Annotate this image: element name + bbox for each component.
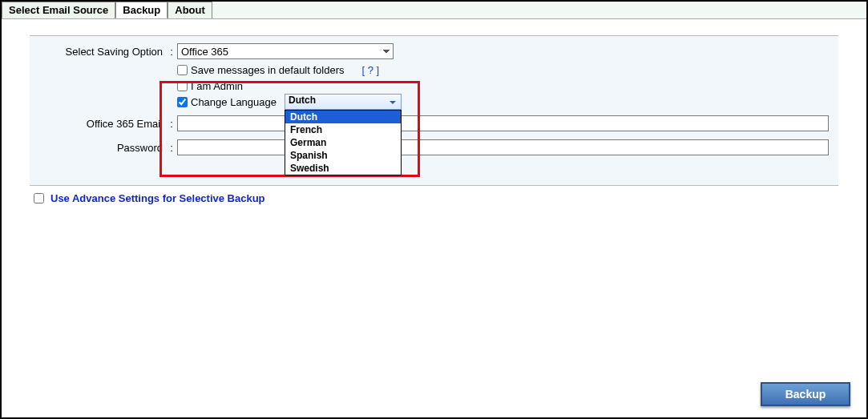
language-option-dutch[interactable]: Dutch bbox=[285, 111, 401, 123]
tab-strip: Select Email Source Backup About bbox=[2, 2, 866, 19]
language-dropdown: Dutch French German Spanish Swedish bbox=[285, 110, 402, 175]
i-am-admin-label: I am Admin bbox=[191, 80, 243, 92]
tab-backup[interactable]: Backup bbox=[115, 2, 168, 18]
tab-content: Select Saving Option : Office 365 Save m… bbox=[2, 19, 866, 417]
change-language-checkbox[interactable] bbox=[177, 97, 188, 107]
email-label: Office 365 Email bbox=[30, 118, 166, 130]
password-label: Password bbox=[30, 142, 166, 154]
language-option-spanish[interactable]: Spanish bbox=[285, 149, 401, 162]
change-language-label: Change Language bbox=[191, 96, 277, 108]
password-input[interactable] bbox=[177, 139, 829, 155]
help-link[interactable]: [ ? ] bbox=[362, 64, 380, 76]
advance-settings-checkbox[interactable] bbox=[34, 193, 44, 203]
tab-select-email-source[interactable]: Select Email Source bbox=[2, 2, 115, 18]
saving-option-select[interactable]: Office 365 bbox=[177, 43, 394, 59]
language-option-swedish[interactable]: Swedish bbox=[285, 162, 401, 175]
language-select[interactable]: Dutch bbox=[285, 94, 402, 110]
save-default-folders-label: Save messages in default folders bbox=[191, 64, 345, 76]
saving-option-label: Select Saving Option bbox=[30, 46, 166, 58]
backup-button[interactable]: Backup bbox=[761, 382, 850, 406]
chevron-down-icon bbox=[387, 97, 398, 108]
save-default-folders-checkbox[interactable] bbox=[177, 65, 188, 75]
i-am-admin-checkbox[interactable] bbox=[177, 81, 188, 91]
office365-email-input[interactable] bbox=[177, 115, 829, 131]
tab-about[interactable]: About bbox=[168, 2, 212, 18]
advance-settings-label[interactable]: Use Advance Settings for Selective Backu… bbox=[50, 192, 265, 204]
backup-form-panel: Select Saving Option : Office 365 Save m… bbox=[30, 35, 838, 186]
language-option-german[interactable]: German bbox=[285, 136, 401, 149]
language-option-french[interactable]: French bbox=[285, 123, 401, 136]
main-window: Select Email Source Backup About Select … bbox=[0, 0, 868, 419]
language-select-value: Dutch bbox=[289, 95, 316, 106]
